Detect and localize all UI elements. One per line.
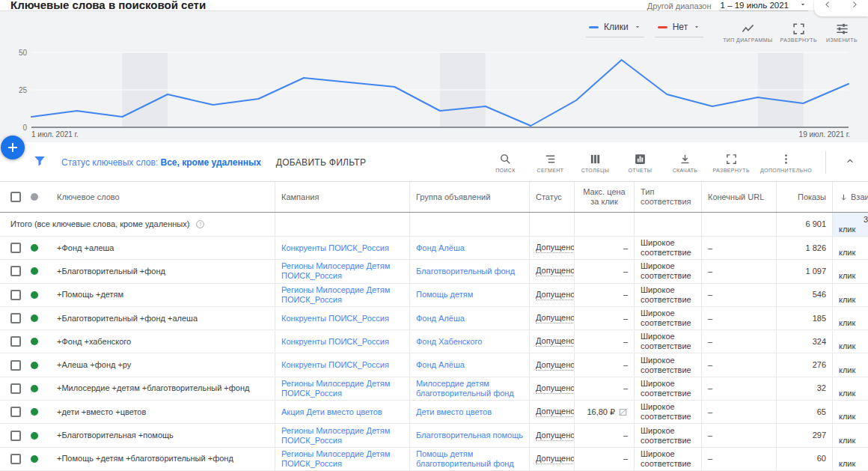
keyword-status-dot[interactable] xyxy=(31,244,38,252)
tool-segment-button[interactable]: СЕГМЕНТ xyxy=(533,151,567,173)
column-header-1[interactable]: Ключевое слово xyxy=(0,182,275,212)
adgroup-link[interactable]: Помощь детям благотворительный фонд xyxy=(416,449,523,469)
column-header-5[interactable]: Макс. цена за клик xyxy=(575,182,635,212)
campaign-link[interactable]: Регионы Милосердие Детям ПОИСК_Россия xyxy=(281,449,403,469)
keyword-status-dot[interactable] xyxy=(31,385,38,392)
adgroup-link[interactable]: Фонд Алёша xyxy=(416,243,465,253)
tool-chart-type-button[interactable]: ТИП ДИАГРАММЫ xyxy=(723,21,772,43)
keyword-status-dot[interactable] xyxy=(31,362,38,369)
keyword-status[interactable]: Допущено xyxy=(536,313,575,323)
date-range-value[interactable]: 1 – 19 июль 2021 xyxy=(719,1,808,11)
table-row: +Алеша +фонд +руКонкруенты ПОИСК_РоссияФ… xyxy=(0,353,868,377)
column-header-2[interactable]: Кампания xyxy=(275,182,410,212)
keyword-status[interactable]: Допущено xyxy=(536,360,575,371)
campaign-link[interactable]: Регионы Милосердие Детям ПОИСК_Россия xyxy=(281,261,403,281)
status-filter-value: Все, кроме удаленных xyxy=(161,157,261,168)
tool-reports-button[interactable]: ОТЧЕТЫ xyxy=(623,151,657,173)
row-checkbox[interactable] xyxy=(10,360,21,371)
campaign-link[interactable]: Конкруенты ПОИСК_Россия xyxy=(281,360,389,370)
row-checkbox[interactable] xyxy=(10,336,21,347)
keyword-status-dot[interactable] xyxy=(31,314,38,322)
impressions-value: 185 xyxy=(813,314,826,323)
keyword-status-dot[interactable] xyxy=(31,432,38,440)
collapse-toolbar-button[interactable] xyxy=(840,152,861,173)
keyword-status[interactable]: Допущено xyxy=(536,454,575,464)
y-tick-label: 0 xyxy=(22,124,27,132)
campaign-link[interactable]: Регионы Милосердие Детям ПОИСК_Россия xyxy=(281,285,403,305)
adgroup-link[interactable]: Благотворительная помощь xyxy=(416,431,523,440)
tool-search-button[interactable]: ПОИСК xyxy=(488,151,522,173)
column-header-4[interactable]: Статус xyxy=(530,182,575,212)
row-checkbox[interactable] xyxy=(10,243,21,253)
row-checkbox[interactable] xyxy=(10,290,21,300)
keyword-status[interactable]: Допущено xyxy=(536,383,575,394)
tool-label: СТОЛБЦЫ xyxy=(581,168,610,173)
interactions-cell: клик xyxy=(833,284,868,306)
row-checkbox[interactable] xyxy=(10,266,21,276)
campaign-link[interactable]: Регионы Милосердие Детям ПОИСК_Россия xyxy=(281,379,403,398)
column-header-3[interactable]: Группа объявлений xyxy=(410,182,530,212)
add-keyword-button[interactable] xyxy=(1,136,25,159)
add-filter-button[interactable]: ДОБАВИТЬ ФИЛЬТР xyxy=(276,157,366,168)
row-checkbox[interactable] xyxy=(10,431,21,441)
campaign-link[interactable]: Регионы Милосердие Детям ПОИСК_Россия xyxy=(281,426,403,446)
keyword-status[interactable]: Допущено xyxy=(536,290,575,300)
final-url-cell: – xyxy=(702,424,777,446)
table-tools: ПОИСКСЕГМЕНТСТОЛБЦЫОТЧЕТЫСКАЧАТЬРАЗВЕРНУ… xyxy=(488,142,861,182)
status-cell: Допущено xyxy=(530,237,575,259)
campaign-link[interactable]: Конкруенты ПОИСК_Россия xyxy=(281,243,389,253)
row-checkbox[interactable] xyxy=(10,454,21,464)
row-checkbox[interactable] xyxy=(10,313,21,323)
adgroup-link[interactable]: Дети вместо цветов xyxy=(416,407,492,417)
keyword-status-dot[interactable] xyxy=(31,455,38,463)
keyword-text: +дети +вместо +цветов xyxy=(57,407,146,417)
final-url-value: – xyxy=(708,314,712,323)
keyword-status[interactable]: Допущено xyxy=(536,336,575,347)
legend-metric-clicks[interactable]: Клики xyxy=(586,19,644,37)
row-checkbox[interactable] xyxy=(10,383,21,394)
tool-columns-button[interactable]: СТОЛБЦЫ xyxy=(578,151,612,173)
keyword-status[interactable]: Допущено xyxy=(536,431,575,441)
column-header-9[interactable]: Взаи xyxy=(833,182,868,212)
search-icon xyxy=(499,153,512,165)
tool-expand-button[interactable]: РАЗВЕРНУТЬ xyxy=(712,151,749,173)
tool-expand-button[interactable]: РАЗВЕРНУТЬ xyxy=(780,21,817,43)
tool-more-button[interactable]: ДОПОЛНИТЕЛЬНО xyxy=(760,151,812,173)
tool-download-button[interactable]: СКАЧАТЬ xyxy=(667,151,702,173)
plus-icon xyxy=(7,142,19,154)
campaign-link[interactable]: Акция Дети вместо цветов xyxy=(281,407,382,417)
adgroup-link[interactable]: Фонд Алёша xyxy=(416,314,465,323)
tool-tune-button[interactable]: ИЗМЕНИТЬ xyxy=(825,21,859,43)
adgroup-link[interactable]: Помощь детям xyxy=(416,290,473,300)
max-cpc-value: – xyxy=(623,314,628,323)
keyword-status-dot[interactable] xyxy=(31,338,38,345)
adgroup-link[interactable]: Фонд Алёша xyxy=(416,360,465,370)
select-all-checkbox[interactable] xyxy=(10,192,21,202)
column-header-7[interactable]: Конечный URL xyxy=(702,182,777,212)
google-ads-keywords-page: Ключевые слова в поисковой сети Другой д… xyxy=(0,0,868,471)
keyword-status[interactable]: Допущено xyxy=(536,266,575,276)
interactions-unit: клик xyxy=(839,412,868,422)
keyword-status[interactable]: Допущено xyxy=(536,243,575,253)
adgroup-link[interactable]: Милосердие детям благотворительный фонд xyxy=(416,379,523,398)
help-icon[interactable]: ? xyxy=(195,219,205,229)
legend-metric-none[interactable]: Нет xyxy=(655,19,703,37)
adgroup-link[interactable]: Благотворительный фонд xyxy=(416,267,515,276)
column-header-8[interactable]: Показы xyxy=(777,182,833,212)
campaign-link[interactable]: Конкруенты ПОИСК_Россия xyxy=(281,337,389,347)
keyword-status-dot[interactable] xyxy=(31,408,38,416)
keyword-status-dot[interactable] xyxy=(31,291,38,299)
date-next-button[interactable] xyxy=(846,0,864,11)
column-header-6[interactable]: Тип соответствия xyxy=(635,182,702,212)
campaign-link[interactable]: Конкруенты ПОИСК_Россия xyxy=(281,314,389,323)
interactions-cell: клик xyxy=(833,260,868,282)
status-filter-chip[interactable]: Статус ключевых слов: Все, кроме удаленн… xyxy=(61,157,261,168)
date-prev-button[interactable] xyxy=(819,0,837,11)
row-checkbox[interactable] xyxy=(10,407,21,417)
caret-down-icon xyxy=(693,23,700,31)
keyword-status-dot[interactable] xyxy=(31,267,38,275)
adgroup-link[interactable]: Фонд Хабенского xyxy=(416,337,482,347)
keyword-status[interactable]: Допущено xyxy=(536,407,575,417)
match-type-value: Широкое соответствие xyxy=(641,261,695,281)
match-type-cell: Широкое соответствие xyxy=(635,237,702,259)
